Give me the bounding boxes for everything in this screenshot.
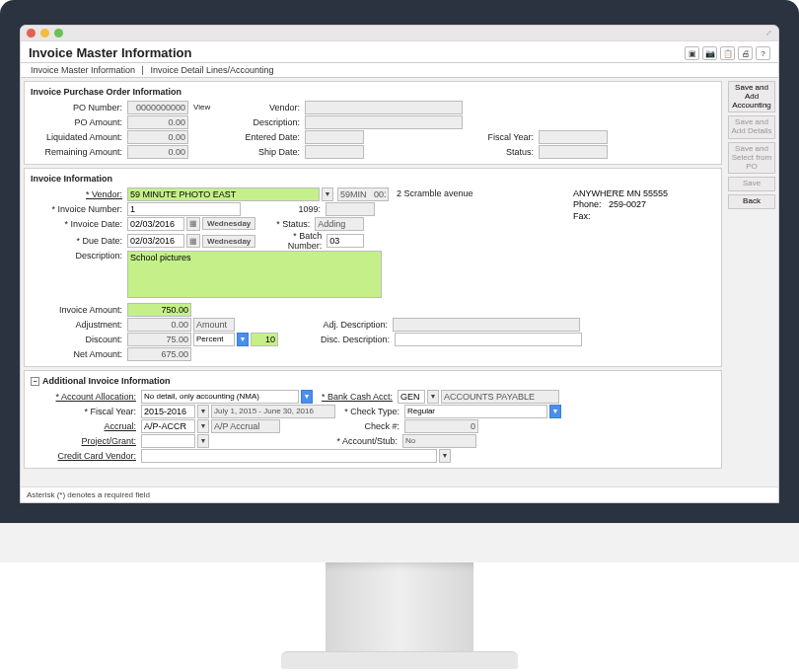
save-select-po-button: Save and Select from PO: [728, 142, 775, 174]
adj-desc-label: Adj. Description:: [237, 320, 391, 330]
page-title: Invoice Master Information: [29, 45, 191, 60]
vendor-addr1: 2 Scramble avenue: [397, 188, 473, 199]
due-day: Wednesday: [202, 235, 255, 248]
1099-field: [326, 202, 375, 216]
close-button[interactable]: [27, 29, 36, 37]
fax-label: Fax:: [573, 211, 591, 221]
fiscal-field[interactable]: [141, 405, 195, 418]
tool-icon-2[interactable]: 📷: [702, 46, 717, 60]
project-field[interactable]: [141, 434, 195, 448]
check-no-field[interactable]: [404, 419, 478, 433]
check-type-field[interactable]: [404, 405, 547, 418]
accrual-label[interactable]: Accrual:: [31, 421, 139, 431]
po-status-label: Status:: [479, 147, 537, 157]
vendor-dropdown-icon[interactable]: ▼: [322, 187, 333, 201]
resize-handle[interactable]: ⤢: [765, 29, 772, 37]
tab-strip: Invoice Master Information | Invoice Det…: [21, 63, 778, 78]
calendar-icon[interactable]: ▦: [186, 234, 200, 248]
help-icon[interactable]: ?: [756, 46, 770, 60]
disc-field: [127, 333, 191, 346]
adj-field[interactable]: [127, 318, 191, 332]
bank-label[interactable]: * Bank Cash Acct:: [315, 392, 396, 402]
po-vendor-label: Vendor:: [238, 103, 303, 112]
bank-dropdown-icon[interactable]: ▼: [427, 390, 439, 404]
adj-desc-field[interactable]: [393, 318, 580, 332]
due-date-field[interactable]: [127, 234, 184, 248]
footnote: Asterisk (*) denotes a required field: [21, 486, 778, 502]
batch-field[interactable]: [327, 234, 364, 248]
additional-info-panel: −Additional Invoice Information * Accoun…: [24, 370, 722, 469]
check-no-label: Check #:: [282, 421, 402, 431]
po-fiscal-label: Fiscal Year:: [479, 132, 537, 142]
1099-label: 1099:: [243, 204, 324, 214]
cc-vendor-dropdown-icon[interactable]: ▼: [439, 449, 451, 463]
inv-date-field[interactable]: [127, 217, 184, 231]
maximize-button[interactable]: [54, 29, 63, 37]
acct-stub-label: * Account/Stub:: [211, 436, 400, 446]
acct-alloc-label[interactable]: * Account Allocation:: [31, 392, 139, 402]
inv-amount-field[interactable]: [127, 303, 191, 317]
po-amount-label: PO Amount:: [31, 117, 125, 127]
save-add-accounting-button[interactable]: Save and Add Accounting: [728, 81, 775, 112]
inv-date-label: * Invoice Date:: [31, 219, 125, 229]
fiscal-dropdown-icon[interactable]: ▼: [197, 405, 209, 418]
adj-label: Adjustment:: [31, 320, 125, 330]
invoice-no-label: * Invoice Number:: [31, 204, 125, 214]
project-label[interactable]: Project/Grant:: [31, 436, 139, 446]
disc-type-field[interactable]: [193, 333, 235, 346]
liquidated-label: Liquidated Amount:: [31, 132, 125, 142]
inv-status-field: [315, 217, 364, 231]
po-number-field[interactable]: [127, 101, 188, 114]
tool-icon-3[interactable]: 📋: [720, 46, 735, 60]
view-link[interactable]: View: [190, 103, 210, 112]
disc-pct-field[interactable]: [251, 333, 278, 346]
print-icon[interactable]: 🖨: [738, 46, 753, 60]
po-desc-field: [305, 115, 463, 129]
inv-day: Wednesday: [202, 217, 255, 230]
acct-stub-field: [402, 434, 476, 448]
po-ship-field: [305, 145, 364, 159]
po-status-field: [539, 145, 608, 159]
add-fiscal-label: * Fiscal Year:: [31, 407, 139, 416]
disc-type-dropdown-icon[interactable]: ▼: [237, 333, 249, 346]
fiscal-range-field: [211, 405, 335, 418]
disc-desc-field[interactable]: [395, 333, 582, 346]
accrual-code-field[interactable]: [141, 419, 195, 433]
vendor-field[interactable]: [127, 187, 320, 201]
vendor-code-field: [337, 187, 389, 201]
calendar-icon[interactable]: ▦: [186, 217, 200, 231]
acct-alloc-field[interactable]: [141, 390, 299, 404]
po-fiscal-field: [539, 130, 608, 144]
phone-value: 259-0027: [609, 199, 646, 209]
phone-label: Phone:: [573, 199, 602, 209]
bank-code-field[interactable]: [398, 390, 425, 404]
liquidated-field: [127, 130, 188, 144]
accrual-dropdown-icon[interactable]: ▼: [197, 419, 209, 433]
net-label: Net Amount:: [31, 349, 125, 359]
net-field: [127, 347, 191, 361]
cc-vendor-label[interactable]: Credit Card Vendor:: [31, 451, 139, 461]
invoice-no-field[interactable]: [127, 202, 241, 216]
remaining-field: [127, 145, 188, 159]
tab-detail-lines[interactable]: Invoice Detail Lines/Accounting: [148, 65, 275, 75]
additional-legend: −Additional Invoice Information: [31, 376, 715, 386]
check-type-dropdown-icon[interactable]: ▼: [549, 405, 561, 418]
project-dropdown-icon[interactable]: ▼: [197, 434, 209, 448]
batch-label: * Batch Number:: [257, 231, 325, 251]
vendor-addr2: ANYWHERE MN 55555: [573, 188, 715, 199]
po-amount-field: [127, 115, 188, 129]
tool-icon-1[interactable]: ▣: [685, 46, 699, 60]
description-textarea[interactable]: [127, 251, 382, 298]
check-type-label: * Check Type:: [337, 407, 402, 416]
po-number-label: PO Number:: [31, 103, 125, 112]
back-button[interactable]: Back: [728, 194, 775, 209]
acct-alloc-dropdown-icon[interactable]: ▼: [301, 390, 313, 404]
collapse-icon[interactable]: −: [31, 377, 39, 386]
tab-master-info[interactable]: Invoice Master Information: [29, 65, 137, 75]
po-legend: Invoice Purchase Order Information: [31, 87, 715, 97]
vendor-label[interactable]: * Vendor:: [31, 189, 125, 199]
due-date-label: * Due Date:: [31, 236, 125, 246]
minimize-button[interactable]: [40, 29, 49, 37]
po-desc-label: Description:: [238, 117, 303, 127]
cc-vendor-field[interactable]: [141, 449, 437, 463]
